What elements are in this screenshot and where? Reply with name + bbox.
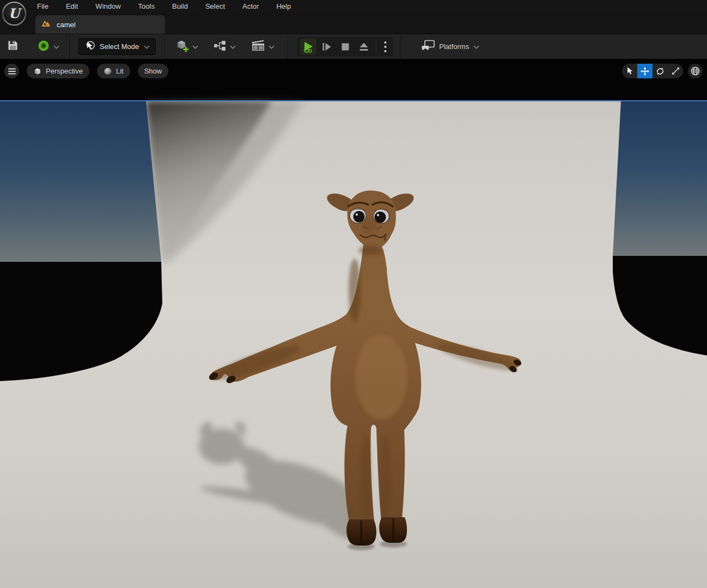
- select-mode-dropdown[interactable]: Select Mode: [78, 38, 156, 55]
- chevron-down-icon: [474, 43, 479, 48]
- show-dropdown[interactable]: Show: [138, 64, 169, 78]
- menu-item-build[interactable]: Build: [163, 0, 197, 13]
- toolbar-divider: [401, 34, 401, 59]
- menu-item-select[interactable]: Select: [197, 0, 234, 13]
- save-button[interactable]: [4, 38, 22, 56]
- tab-label: camel: [57, 21, 76, 29]
- rotate-tool-button[interactable]: [653, 64, 668, 78]
- perspective-label: Perspective: [46, 67, 83, 75]
- toolbar-divider: [69, 34, 70, 59]
- level-tab-icon: [42, 20, 51, 29]
- select-mode-label: Select Mode: [100, 42, 139, 51]
- cinematics-clapperboard-icon: [251, 39, 265, 54]
- play-controls: [297, 37, 393, 56]
- world-space-toggle[interactable]: [688, 64, 703, 78]
- save-disk-icon: [7, 40, 19, 53]
- select-cursor-icon: [626, 67, 633, 75]
- play-options-kebab-menu[interactable]: [380, 39, 390, 55]
- platforms-label: Platforms: [439, 42, 469, 51]
- lit-dropdown[interactable]: Lit: [97, 64, 130, 78]
- frame-skip-button[interactable]: [319, 39, 335, 55]
- tab-camel[interactable]: camel: [35, 15, 165, 34]
- lit-sphere-icon: [103, 67, 112, 76]
- menu-item-edit[interactable]: Edit: [57, 0, 87, 13]
- menu-item-window[interactable]: Window: [87, 0, 129, 13]
- select-tool-button[interactable]: [622, 64, 637, 78]
- hamburger-menu-icon: [8, 68, 16, 75]
- chevron-down-icon: [193, 43, 198, 48]
- unreal-editor-window: U File Edit Window Tools Build Select Ac…: [0, 0, 707, 588]
- source-control-button[interactable]: [34, 37, 62, 57]
- stop-button[interactable]: [337, 39, 354, 55]
- viewport-canvas[interactable]: [0, 59, 707, 588]
- neck-shadow: [349, 259, 361, 322]
- sky-left: [0, 101, 161, 262]
- platforms-dropdown[interactable]: Platforms: [418, 40, 482, 53]
- platforms-device-icon: [421, 40, 435, 53]
- show-label: Show: [144, 67, 162, 75]
- perspective-dropdown[interactable]: Perspective: [27, 64, 89, 78]
- rotate-arrows-icon: [656, 67, 665, 76]
- belly-highlight: [355, 335, 407, 420]
- menu-item-actor[interactable]: Actor: [234, 0, 267, 13]
- cinematics-button[interactable]: [248, 37, 277, 57]
- menu-item-help[interactable]: Help: [267, 0, 300, 13]
- scene-top-edge-line: [0, 100, 707, 101]
- menu-item-tools[interactable]: Tools: [130, 0, 163, 13]
- chevron-down-icon: [144, 43, 150, 48]
- lit-label: Lit: [116, 67, 124, 75]
- tab-bar: camel: [0, 13, 707, 34]
- play-button[interactable]: [300, 39, 316, 55]
- menu-item-file[interactable]: File: [36, 0, 57, 13]
- move-arrows-icon: [641, 67, 649, 76]
- jaw-shadow: [358, 246, 382, 255]
- transform-tool-group: [622, 64, 683, 78]
- menu-bar: File Edit Window Tools Build Select Acto…: [0, 0, 707, 13]
- chevron-down-icon: [230, 43, 236, 48]
- chevron-down-icon: [54, 43, 59, 48]
- add-actor-cube-icon: [175, 39, 189, 55]
- leg-shading-left: [361, 436, 371, 520]
- cursor-icon: [86, 41, 95, 52]
- unreal-engine-logo[interactable]: U: [2, 1, 27, 26]
- globe-icon: [691, 66, 700, 76]
- play-group-divider: [376, 40, 376, 53]
- chevron-down-icon: [269, 43, 275, 48]
- scale-arrows-icon: [672, 67, 680, 75]
- viewport-options-menu[interactable]: [4, 64, 19, 78]
- sky-right: [613, 101, 707, 256]
- perspective-cube-icon: [33, 67, 42, 76]
- move-tool-button[interactable]: [637, 64, 653, 78]
- toolbar-divider: [164, 34, 165, 59]
- main-toolbar: Select Mode: [0, 34, 707, 59]
- blueprints-button[interactable]: [210, 38, 238, 56]
- leg-shading-right: [380, 434, 390, 519]
- toolbar-divider: [288, 34, 288, 59]
- revision-control-status-icon: [37, 39, 50, 54]
- add-actor-button[interactable]: [172, 36, 200, 57]
- scale-tool-button[interactable]: [668, 64, 683, 78]
- viewport-3d[interactable]: Perspective Lit Show: [0, 59, 707, 588]
- blueprints-node-icon: [214, 40, 227, 54]
- eject-button[interactable]: [356, 39, 372, 55]
- viewport-toolbar: Perspective Lit Show: [4, 64, 703, 78]
